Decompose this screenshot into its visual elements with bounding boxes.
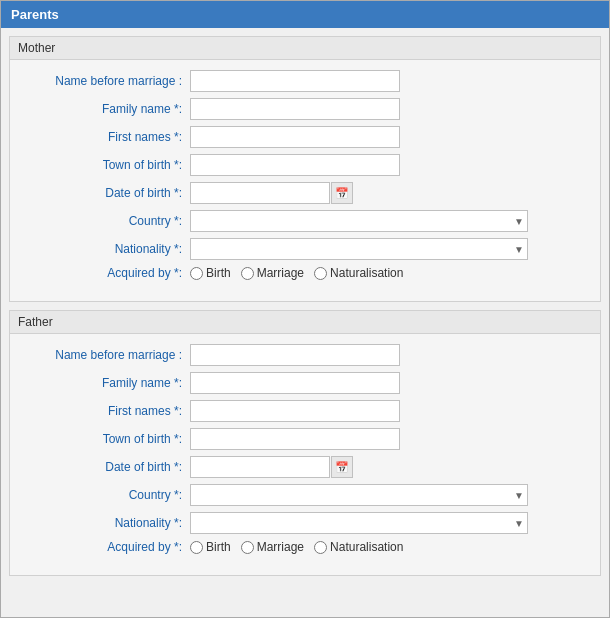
mother-country-dropdown-wrapper: ▼ [190,210,528,232]
mother-nationality-select[interactable] [190,238,528,260]
mother-acquired-by-row: Acquired by *: Birth Marriage Natural [30,266,580,280]
father-radio-birth: Birth [190,540,231,554]
mother-country-select[interactable] [190,210,528,232]
mother-nationality-dropdown-wrapper: ▼ [190,238,528,260]
mother-name-before-marriage-row: Name before marriage : [30,70,580,92]
mother-name-before-marriage-input[interactable] [190,70,400,92]
mother-name-before-marriage-label: Name before marriage : [30,74,190,88]
father-radio-birth-input[interactable] [190,541,203,554]
mother-country-label: Country *: [30,214,190,228]
father-radio-naturalisation-input[interactable] [314,541,327,554]
father-family-name-input[interactable] [190,372,400,394]
father-radio-marriage: Marriage [241,540,304,554]
father-country-row: Country *: ▼ [30,484,580,506]
mother-country-row: Country *: ▼ [30,210,580,232]
father-town-of-birth-row: Town of birth *: [30,428,580,450]
father-date-of-birth-row: Date of birth *: 📅 [30,456,580,478]
father-name-before-marriage-label: Name before marriage : [30,348,190,362]
mother-first-names-input[interactable] [190,126,400,148]
father-section: Father Name before marriage : Family nam… [9,310,601,576]
father-calendar-button[interactable]: 📅 [331,456,353,478]
mother-nationality-label: Nationality *: [30,242,190,256]
father-acquired-by-row: Acquired by *: Birth Marriage Natural [30,540,580,554]
mother-first-names-label: First names *: [30,130,190,144]
father-country-select[interactable] [190,484,528,506]
father-name-before-marriage-row: Name before marriage : [30,344,580,366]
form-content: Mother Name before marriage : Family nam… [1,28,609,617]
mother-radio-marriage-label[interactable]: Marriage [257,266,304,280]
father-town-of-birth-label: Town of birth *: [30,432,190,446]
mother-town-of-birth-row: Town of birth *: [30,154,580,176]
mother-family-name-input[interactable] [190,98,400,120]
father-family-name-row: Family name *: [30,372,580,394]
parents-window: Parents Mother Name before marriage : Fa… [0,0,610,618]
father-country-dropdown-wrapper: ▼ [190,484,528,506]
father-date-of-birth-input[interactable] [190,456,330,478]
mother-radio-birth-label[interactable]: Birth [206,266,231,280]
mother-calendar-button[interactable]: 📅 [331,182,353,204]
father-date-of-birth-label: Date of birth *: [30,460,190,474]
father-radio-marriage-label[interactable]: Marriage [257,540,304,554]
father-radio-naturalisation: Naturalisation [314,540,403,554]
mother-radio-birth-input[interactable] [190,267,203,280]
mother-label: Mother [18,41,55,55]
father-family-name-label: Family name *: [30,376,190,390]
father-nationality-label: Nationality *: [30,516,190,530]
mother-nationality-row: Nationality *: ▼ [30,238,580,260]
mother-date-of-birth-input[interactable] [190,182,330,204]
father-nationality-dropdown-wrapper: ▼ [190,512,528,534]
father-acquired-by-label: Acquired by *: [30,540,190,554]
father-radio-birth-label[interactable]: Birth [206,540,231,554]
title-bar: Parents [1,1,609,28]
father-town-of-birth-input[interactable] [190,428,400,450]
father-name-before-marriage-input[interactable] [190,344,400,366]
mother-section-header: Mother [10,37,600,60]
mother-radio-naturalisation: Naturalisation [314,266,403,280]
father-nationality-row: Nationality *: ▼ [30,512,580,534]
father-first-names-row: First names *: [30,400,580,422]
father-nationality-select[interactable] [190,512,528,534]
father-acquired-by-radio-group: Birth Marriage Naturalisation [190,540,409,554]
mother-acquired-by-radio-group: Birth Marriage Naturalisation [190,266,409,280]
father-label: Father [18,315,53,329]
father-section-body: Name before marriage : Family name *: Fi… [10,334,600,575]
mother-town-of-birth-label: Town of birth *: [30,158,190,172]
mother-date-of-birth-label: Date of birth *: [30,186,190,200]
mother-first-names-row: First names *: [30,126,580,148]
mother-radio-marriage: Marriage [241,266,304,280]
mother-family-name-label: Family name *: [30,102,190,116]
mother-date-of-birth-row: Date of birth *: 📅 [30,182,580,204]
mother-radio-marriage-input[interactable] [241,267,254,280]
father-first-names-input[interactable] [190,400,400,422]
father-radio-marriage-input[interactable] [241,541,254,554]
mother-family-name-row: Family name *: [30,98,580,120]
window-title: Parents [11,7,59,22]
mother-radio-naturalisation-input[interactable] [314,267,327,280]
mother-section-body: Name before marriage : Family name *: Fi… [10,60,600,301]
mother-acquired-by-label: Acquired by *: [30,266,190,280]
father-first-names-label: First names *: [30,404,190,418]
father-radio-naturalisation-label[interactable]: Naturalisation [330,540,403,554]
mother-date-wrapper: 📅 [190,182,353,204]
mother-radio-birth: Birth [190,266,231,280]
father-date-wrapper: 📅 [190,456,353,478]
mother-town-of-birth-input[interactable] [190,154,400,176]
mother-section: Mother Name before marriage : Family nam… [9,36,601,302]
father-section-header: Father [10,311,600,334]
father-country-label: Country *: [30,488,190,502]
mother-radio-naturalisation-label[interactable]: Naturalisation [330,266,403,280]
